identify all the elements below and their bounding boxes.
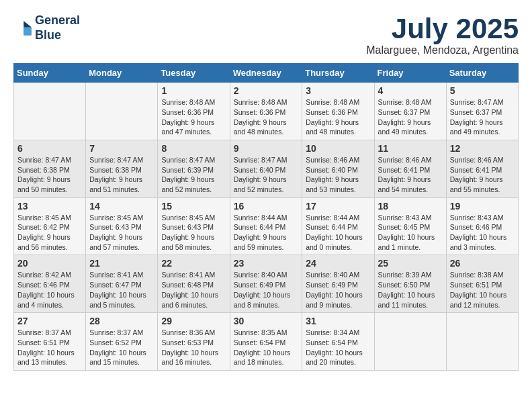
day-details: Sunrise: 8:35 AM Sunset: 6:54 PM Dayligh… — [234, 328, 299, 367]
calendar-cell — [446, 313, 518, 371]
day-number: 6 — [17, 143, 82, 154]
week-row-1: 1Sunrise: 8:48 AM Sunset: 6:36 PM Daylig… — [14, 83, 519, 140]
calendar-cell: 15Sunrise: 8:45 AM Sunset: 6:43 PM Dayli… — [158, 197, 230, 255]
calendar-cell: 13Sunrise: 8:45 AM Sunset: 6:42 PM Dayli… — [14, 197, 86, 255]
calendar-cell — [374, 313, 446, 371]
calendar-cell: 7Sunrise: 8:47 AM Sunset: 6:38 PM Daylig… — [86, 140, 158, 197]
calendar-cell: 30Sunrise: 8:35 AM Sunset: 6:54 PM Dayli… — [230, 313, 302, 371]
day-details: Sunrise: 8:47 AM Sunset: 6:37 PM Dayligh… — [450, 97, 515, 137]
title-block: July 2025 Malarguee, Mendoza, Argentina — [366, 13, 519, 56]
calendar-cell: 10Sunrise: 8:46 AM Sunset: 6:40 PM Dayli… — [302, 140, 374, 197]
calendar-cell — [86, 83, 158, 140]
calendar-cell: 31Sunrise: 8:34 AM Sunset: 6:54 PM Dayli… — [302, 313, 374, 371]
day-number: 17 — [306, 201, 370, 212]
day-number: 2 — [234, 85, 299, 96]
calendar-cell: 21Sunrise: 8:41 AM Sunset: 6:47 PM Dayli… — [86, 255, 158, 313]
day-details: Sunrise: 8:48 AM Sunset: 6:36 PM Dayligh… — [234, 97, 299, 137]
calendar-cell: 27Sunrise: 8:37 AM Sunset: 6:51 PM Dayli… — [14, 313, 86, 371]
day-number: 5 — [450, 85, 515, 96]
calendar-cell: 3Sunrise: 8:48 AM Sunset: 6:36 PM Daylig… — [302, 83, 374, 140]
day-number: 8 — [161, 143, 226, 154]
calendar-cell: 19Sunrise: 8:43 AM Sunset: 6:46 PM Dayli… — [446, 197, 518, 255]
day-number: 15 — [161, 201, 226, 212]
day-details: Sunrise: 8:42 AM Sunset: 6:46 PM Dayligh… — [17, 270, 82, 310]
day-details: Sunrise: 8:48 AM Sunset: 6:37 PM Dayligh… — [378, 97, 443, 137]
day-details: Sunrise: 8:45 AM Sunset: 6:42 PM Dayligh… — [17, 213, 82, 253]
day-number: 9 — [234, 143, 299, 154]
day-details: Sunrise: 8:43 AM Sunset: 6:45 PM Dayligh… — [378, 213, 443, 253]
calendar-cell: 2Sunrise: 8:48 AM Sunset: 6:36 PM Daylig… — [230, 83, 302, 140]
calendar-cell: 29Sunrise: 8:36 AM Sunset: 6:53 PM Dayli… — [158, 313, 230, 371]
day-details: Sunrise: 8:46 AM Sunset: 6:40 PM Dayligh… — [306, 155, 370, 195]
day-number: 24 — [306, 258, 370, 269]
day-details: Sunrise: 8:45 AM Sunset: 6:43 PM Dayligh… — [89, 213, 154, 253]
col-header-monday: Monday — [86, 64, 158, 83]
day-details: Sunrise: 8:34 AM Sunset: 6:54 PM Dayligh… — [306, 328, 370, 367]
day-number: 12 — [450, 143, 515, 154]
col-header-saturday: Saturday — [446, 64, 518, 83]
day-details: Sunrise: 8:44 AM Sunset: 6:44 PM Dayligh… — [234, 213, 299, 253]
logo-text: General Blue — [35, 13, 80, 42]
day-details: Sunrise: 8:36 AM Sunset: 6:53 PM Dayligh… — [161, 328, 226, 367]
day-details: Sunrise: 8:40 AM Sunset: 6:49 PM Dayligh… — [306, 270, 370, 310]
day-number: 7 — [89, 143, 154, 154]
day-details: Sunrise: 8:44 AM Sunset: 6:44 PM Dayligh… — [306, 213, 370, 253]
day-details: Sunrise: 8:38 AM Sunset: 6:51 PM Dayligh… — [450, 270, 515, 310]
day-details: Sunrise: 8:46 AM Sunset: 6:41 PM Dayligh… — [378, 155, 443, 195]
col-header-wednesday: Wednesday — [230, 64, 302, 83]
day-number: 28 — [89, 316, 154, 326]
calendar-cell: 4Sunrise: 8:48 AM Sunset: 6:37 PM Daylig… — [374, 83, 446, 140]
calendar-cell: 14Sunrise: 8:45 AM Sunset: 6:43 PM Dayli… — [86, 197, 158, 255]
day-number: 10 — [306, 143, 370, 154]
day-number: 31 — [306, 316, 370, 326]
day-number: 30 — [234, 316, 299, 326]
calendar-cell: 26Sunrise: 8:38 AM Sunset: 6:51 PM Dayli… — [446, 255, 518, 313]
day-number: 1 — [161, 85, 226, 96]
calendar-cell: 16Sunrise: 8:44 AM Sunset: 6:44 PM Dayli… — [230, 197, 302, 255]
week-row-5: 27Sunrise: 8:37 AM Sunset: 6:51 PM Dayli… — [14, 313, 519, 371]
calendar-cell: 20Sunrise: 8:42 AM Sunset: 6:46 PM Dayli… — [14, 255, 86, 313]
day-number: 20 — [17, 258, 82, 269]
calendar-cell: 6Sunrise: 8:47 AM Sunset: 6:38 PM Daylig… — [14, 140, 86, 197]
day-number: 4 — [378, 85, 443, 96]
day-number: 13 — [17, 201, 82, 212]
day-number: 14 — [89, 201, 154, 212]
calendar-cell: 28Sunrise: 8:37 AM Sunset: 6:52 PM Dayli… — [86, 313, 158, 371]
col-header-sunday: Sunday — [14, 64, 86, 83]
day-number: 25 — [378, 258, 443, 269]
day-details: Sunrise: 8:45 AM Sunset: 6:43 PM Dayligh… — [161, 213, 226, 253]
subtitle: Malarguee, Mendoza, Argentina — [366, 44, 519, 56]
calendar-cell — [14, 83, 86, 140]
day-details: Sunrise: 8:46 AM Sunset: 6:41 PM Dayligh… — [450, 155, 515, 195]
week-row-3: 13Sunrise: 8:45 AM Sunset: 6:42 PM Dayli… — [14, 197, 519, 255]
day-details: Sunrise: 8:37 AM Sunset: 6:52 PM Dayligh… — [89, 328, 154, 367]
day-details: Sunrise: 8:39 AM Sunset: 6:50 PM Dayligh… — [378, 270, 443, 310]
day-details: Sunrise: 8:40 AM Sunset: 6:49 PM Dayligh… — [234, 270, 299, 310]
calendar-cell: 8Sunrise: 8:47 AM Sunset: 6:39 PM Daylig… — [158, 140, 230, 197]
day-details: Sunrise: 8:48 AM Sunset: 6:36 PM Dayligh… — [306, 97, 370, 137]
main-title: July 2025 — [366, 13, 519, 44]
day-details: Sunrise: 8:37 AM Sunset: 6:51 PM Dayligh… — [17, 328, 82, 367]
day-number: 11 — [378, 143, 443, 154]
logo: General Blue — [13, 13, 80, 42]
calendar-cell: 23Sunrise: 8:40 AM Sunset: 6:49 PM Dayli… — [230, 255, 302, 313]
col-header-friday: Friday — [374, 64, 446, 83]
day-number: 19 — [450, 201, 515, 212]
calendar-cell: 17Sunrise: 8:44 AM Sunset: 6:44 PM Dayli… — [302, 197, 374, 255]
day-number: 21 — [89, 258, 154, 269]
day-details: Sunrise: 8:43 AM Sunset: 6:46 PM Dayligh… — [450, 213, 515, 253]
page-header: General Blue July 2025 Malarguee, Mendoz… — [13, 13, 519, 56]
day-number: 27 — [17, 316, 82, 326]
day-details: Sunrise: 8:41 AM Sunset: 6:48 PM Dayligh… — [161, 270, 226, 310]
col-header-thursday: Thursday — [302, 64, 374, 83]
calendar-cell: 18Sunrise: 8:43 AM Sunset: 6:45 PM Dayli… — [374, 197, 446, 255]
svg-marker-3 — [24, 27, 31, 35]
calendar-cell: 24Sunrise: 8:40 AM Sunset: 6:49 PM Dayli… — [302, 255, 374, 313]
calendar-cell: 9Sunrise: 8:47 AM Sunset: 6:40 PM Daylig… — [230, 140, 302, 197]
week-row-2: 6Sunrise: 8:47 AM Sunset: 6:38 PM Daylig… — [14, 140, 519, 197]
day-details: Sunrise: 8:47 AM Sunset: 6:38 PM Dayligh… — [89, 155, 154, 195]
col-header-tuesday: Tuesday — [158, 64, 230, 83]
day-number: 26 — [450, 258, 515, 269]
day-details: Sunrise: 8:48 AM Sunset: 6:36 PM Dayligh… — [161, 97, 226, 137]
calendar-table: SundayMondayTuesdayWednesdayThursdayFrid… — [13, 63, 519, 371]
